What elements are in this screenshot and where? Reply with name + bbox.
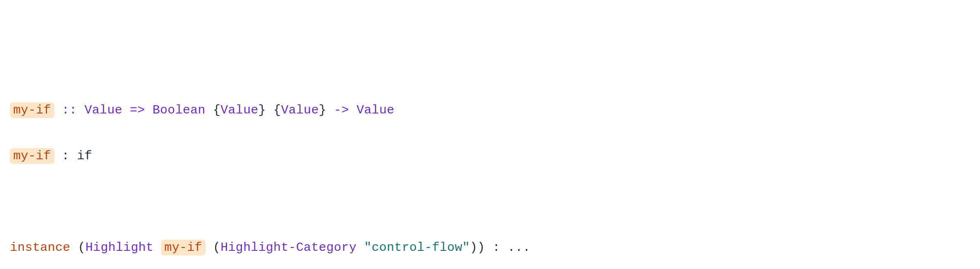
type-boolean: Boolean [152, 103, 205, 117]
space [206, 241, 213, 255]
blank-line [10, 191, 970, 214]
type-value: Value [357, 103, 395, 117]
code-line-4: instance (Highlight my-if (Highlight-Cat… [10, 236, 970, 260]
type-value: Value [220, 103, 258, 117]
space [357, 241, 364, 255]
paren-open: ( [213, 241, 220, 255]
type-value: Value [85, 103, 123, 117]
keyword-if: if [77, 149, 92, 163]
code-line-1: my-if :: Value => Boolean {Value} {Value… [10, 99, 970, 122]
function-name-chip: my-if [10, 148, 54, 164]
operator-arrow: -> [327, 103, 357, 117]
space [206, 103, 213, 117]
paren-open: ( [78, 241, 85, 255]
brace-close: } [258, 103, 266, 117]
code-line-2: my-if : if [10, 145, 970, 168]
space [154, 241, 161, 255]
function-name-chip: my-if [161, 240, 206, 255]
type-value: Value [281, 103, 319, 117]
ellipsis: ... [508, 241, 530, 255]
operator-colon: : [485, 241, 508, 255]
class-highlight-category: Highlight-Category [220, 241, 356, 255]
operator-double-colon: :: [54, 103, 85, 117]
space [70, 241, 78, 255]
operator-fat-arrow: => [122, 103, 152, 117]
brace-open: { [273, 103, 281, 117]
brace-close: } [319, 103, 326, 117]
string-literal: "control-flow" [364, 241, 470, 255]
class-highlight: Highlight [85, 241, 154, 255]
operator-colon: : [54, 149, 77, 163]
keyword-instance: instance [10, 241, 70, 255]
brace-open: { [213, 103, 220, 117]
function-name-chip: my-if [10, 102, 54, 118]
paren-close: ) [470, 241, 477, 255]
space [266, 103, 273, 117]
paren-close: ) [478, 241, 485, 255]
